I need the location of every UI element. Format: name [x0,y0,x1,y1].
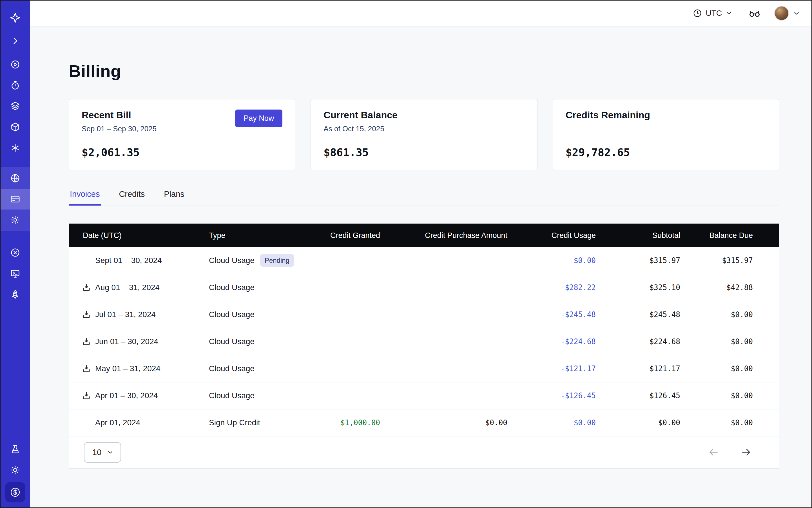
subtotal-cell: $325.10 [596,283,680,292]
credit-granted-cell: $1,000.00 [305,418,380,427]
sidebar-item-globe-icon[interactable] [1,168,30,189]
invoice-type: Sign Up Credit [209,418,260,427]
sidebar-item-console-monitor-icon[interactable] [1,263,30,284]
current-balance-amount: $861.35 [324,146,524,159]
sidebar-item-billing-credit-card-icon[interactable] [1,189,30,210]
column-header-credit-granted: Credit Granted [305,231,380,240]
sidebar-item-settings-gear-icon[interactable] [1,210,30,230]
sidebar-item-target-icon[interactable] [1,54,30,75]
app-window: UTC Billing Recent Bill Sep 01 – Sep [0,0,812,508]
pay-now-button[interactable]: Pay Now [235,110,283,127]
sidebar-item-asterisk-icon[interactable] [1,137,30,158]
invoice-type: Cloud Usage [209,283,255,292]
invoice-date: May 01 – 31, 2024 [95,364,161,373]
credits-remaining-card: Credits Remaining $29,782.65 [553,99,779,170]
invoice-date: Jul 01 – 31, 2024 [95,310,156,319]
credits-remaining-amount: $29,782.65 [566,146,766,159]
table-row: Apr 01, 2024 Sign Up Credit $1,000.00 $0… [69,410,779,436]
page-size-value: 10 [92,448,101,457]
subtotal-cell: $0.00 [596,418,680,427]
column-header-date: Date (UTC) [69,231,209,240]
main-area: UTC Billing Recent Bill Sep 01 – Sep [30,1,811,507]
download-invoice-icon[interactable] [82,391,91,400]
sidebar-expand-chevron-right-icon[interactable] [1,31,30,51]
card-title: Recent Bill [82,110,157,121]
balance-due-cell: $0.00 [680,365,780,373]
chevron-down-icon [725,9,733,17]
sidebar-item-cube-icon[interactable] [1,117,30,137]
subtotal-cell: $224.68 [596,337,680,346]
card-title: Credits Remaining [566,110,650,121]
invoice-date: Jun 01 – 30, 2024 [95,337,158,346]
balance-due-cell: $0.00 [680,418,780,427]
invoices-table: Date (UTC) Type Credit Granted Credit Pu… [69,223,779,469]
chevron-down-icon [107,449,114,456]
column-header-credit-usage: Credit Usage [507,231,596,240]
summary-cards: Recent Bill Sep 01 – Sep 30, 2025 Pay No… [69,99,779,170]
download-invoice-icon[interactable] [82,283,91,292]
balance-due-cell: $315.97 [680,256,780,265]
balance-due-cell: $42.88 [680,283,780,292]
billing-page: Billing Recent Bill Sep 01 – Sep 30, 202… [30,27,811,507]
credit-purchase-amount-cell: $0.00 [380,418,507,427]
tab-invoices[interactable]: Invoices [69,189,101,206]
table-row: May 01 – 31, 2024 Cloud Usage -$121.17 $… [69,355,779,382]
logo-icon[interactable] [1,7,30,28]
timezone-selector[interactable]: UTC [693,8,733,18]
tab-credits[interactable]: Credits [118,189,146,206]
credit-usage-cell: -$121.17 [507,365,596,373]
column-header-balance-due: Balance Due [680,231,780,240]
recent-bill-card: Recent Bill Sep 01 – Sep 30, 2025 Pay No… [69,99,295,170]
download-invoice-icon[interactable] [82,364,91,373]
glasses-icon[interactable] [749,7,761,19]
sidebar-item-x-circle-icon[interactable] [1,242,30,263]
invoice-type: Cloud Usage [209,364,255,373]
sidebar-item-rocket-icon[interactable] [1,284,30,305]
pagination [708,447,752,458]
page-size-select[interactable]: 10 [84,442,121,463]
account-menu[interactable] [774,6,800,20]
sidebar-item-layers-icon[interactable] [1,96,30,117]
invoice-type: Cloud Usage [209,337,255,346]
sidebar-item-sun-icon[interactable] [1,460,30,480]
column-header-type: Type [209,231,305,240]
current-balance-card: Current Balance As of Oct 15, 2025 $861.… [310,99,537,170]
credit-usage-cell: $0.00 [507,256,596,265]
table-row: Jun 01 – 30, 2024 Cloud Usage -$224.68 $… [69,328,779,355]
credit-usage-cell: -$282.22 [507,283,596,292]
table-row: Jul 01 – 31, 2024 Cloud Usage -$245.48 $… [69,301,779,328]
card-subtitle: As of Oct 15, 2025 [324,124,397,133]
next-page-arrow-icon[interactable] [740,447,752,458]
sidebar-item-dollar-circle-icon[interactable] [5,482,25,502]
invoice-date: Apr 01, 2024 [95,418,140,427]
sidebar-item-timer-icon[interactable] [1,75,30,96]
subtotal-cell: $121.17 [596,365,680,373]
balance-due-cell: $0.00 [680,310,780,319]
billing-tabs: Invoices Credits Plans [69,189,779,206]
credit-usage-cell: -$245.48 [507,310,596,319]
download-invoice-icon[interactable] [82,337,91,346]
table-row: Sept 01 – 30, 2024 Cloud UsagePending $0… [69,247,779,274]
previous-page-arrow-icon[interactable] [708,447,719,458]
sidebar-item-flask-icon[interactable] [1,439,30,460]
credit-usage-cell: $0.00 [507,418,596,427]
avatar [774,6,789,20]
invoice-date: Sept 01 – 30, 2024 [95,256,162,265]
download-invoice-icon[interactable] [82,310,91,319]
invoice-type: Cloud Usage [209,310,255,319]
status-badge: Pending [260,254,294,267]
credit-usage-cell: -$126.45 [507,391,596,400]
tab-plans[interactable]: Plans [163,189,185,206]
column-header-credit-purchase-amount: Credit Purchase Amount [380,231,507,240]
subtotal-cell: $315.97 [596,256,680,265]
balance-due-cell: $0.00 [680,391,780,400]
invoice-date: Apr 01 – 30, 2024 [95,391,158,400]
clock-icon [693,8,702,18]
table-footer: 10 [69,436,779,468]
balance-due-cell: $0.00 [680,337,780,346]
sidebar-billing-group [1,167,30,231]
timezone-label: UTC [706,9,722,18]
invoice-type: Cloud Usage [209,391,255,400]
card-title: Current Balance [324,110,397,121]
table-row: Aug 01 – 31, 2024 Cloud Usage -$282.22 $… [69,274,779,301]
